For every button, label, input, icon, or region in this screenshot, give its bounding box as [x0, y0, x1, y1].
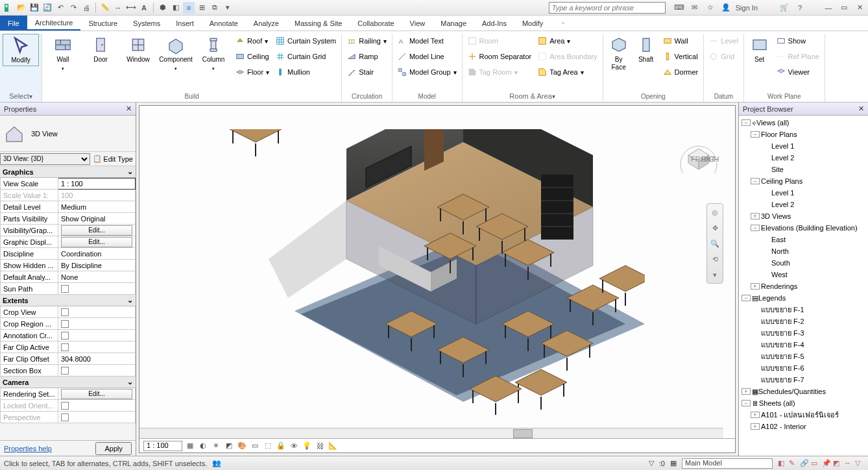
- minimize-icon[interactable]: —: [823, 2, 834, 14]
- close-window-icon[interactable]: ✕: [854, 2, 865, 14]
- close-hidden-icon[interactable]: ⊞: [196, 2, 208, 14]
- camera-section-header[interactable]: Camera⌄: [0, 377, 136, 388]
- tree-cp-level1[interactable]: Level 1: [739, 187, 868, 199]
- section-box-value[interactable]: [58, 365, 136, 377]
- tree-fp-level2[interactable]: Level 2: [739, 152, 868, 164]
- tab-file[interactable]: File: [0, 16, 27, 31]
- user-icon[interactable]: 👤: [720, 2, 732, 14]
- sign-in-link[interactable]: Sign In: [736, 4, 758, 12]
- zoom-icon[interactable]: 🔍: [709, 238, 721, 249]
- tree-legend-5[interactable]: แบบขยาย F-5: [739, 351, 868, 362]
- tab-modify[interactable]: Modify: [514, 16, 551, 31]
- tab-analyze[interactable]: Analyze: [246, 16, 287, 31]
- set-button[interactable]: Set: [747, 34, 773, 65]
- ref-plane-button[interactable]: Ref Plane: [774, 49, 822, 64]
- far-clip-offset-value[interactable]: 304.8000: [58, 353, 136, 365]
- switch-windows-icon[interactable]: ⧉: [209, 2, 221, 14]
- by-face-button[interactable]: By Face: [606, 34, 632, 73]
- scrollbar-thumb[interactable]: [513, 429, 533, 438]
- door-button[interactable]: Door: [82, 34, 119, 65]
- show-hidden-value[interactable]: By Discipline: [58, 260, 136, 271]
- visibility-graphics-value[interactable]: Edit...: [58, 225, 136, 236]
- room-button[interactable]: Room: [465, 34, 535, 48]
- text-icon[interactable]: A: [138, 2, 150, 14]
- opening-dormer-button[interactable]: Dormer: [660, 65, 701, 79]
- crop-region-icon[interactable]: ⬚: [263, 441, 273, 451]
- cart-icon[interactable]: 🛒: [778, 2, 790, 14]
- tree-views[interactable]: −⟡ Views (all): [739, 117, 868, 129]
- discipline-value[interactable]: Coordination: [58, 248, 136, 260]
- locked-orient-value[interactable]: [58, 400, 136, 412]
- help-icon[interactable]: ?: [794, 2, 806, 14]
- show-button[interactable]: Show: [774, 34, 822, 48]
- grid-button[interactable]: Grid: [706, 49, 740, 64]
- curtain-system-button[interactable]: Curtain System: [273, 34, 339, 48]
- properties-type-selector[interactable]: 3D View: [0, 116, 136, 152]
- model-line-button[interactable]: Model Line: [395, 49, 459, 64]
- tab-manage[interactable]: Manage: [433, 16, 474, 31]
- drag-icon[interactable]: ↔: [844, 459, 853, 468]
- floor-button[interactable]: Floor ▾: [233, 65, 272, 79]
- tree-el-west[interactable]: West: [739, 269, 868, 280]
- tree-sheets[interactable]: −🗎 Sheets (all): [739, 397, 868, 409]
- sync-icon[interactable]: 🔄: [42, 2, 53, 14]
- tree-elevations[interactable]: −Elevations (Building Elevation): [739, 222, 868, 234]
- align-icon[interactable]: ↔: [112, 2, 124, 14]
- tree-legends[interactable]: −▤ Legends: [739, 292, 868, 304]
- tab-systems[interactable]: Systems: [125, 16, 168, 31]
- render-icon[interactable]: 🎨: [237, 441, 247, 451]
- select-underlay-icon[interactable]: ▭: [811, 459, 820, 468]
- tree-ceiling-plans[interactable]: −Ceiling Plans: [739, 175, 868, 187]
- filter-status-icon[interactable]: ▽: [855, 459, 864, 468]
- restore-icon[interactable]: ▭: [838, 2, 850, 14]
- viewport-horizontal-scrollbar[interactable]: [139, 428, 723, 438]
- edit-type-button[interactable]: 📋 Edit Type: [90, 153, 136, 165]
- properties-help-link[interactable]: Properties help: [4, 445, 52, 452]
- tab-annotate[interactable]: Annotate: [202, 16, 246, 31]
- ceiling-button[interactable]: Ceiling: [233, 49, 272, 64]
- tab-collaborate[interactable]: Collaborate: [350, 16, 402, 31]
- save-icon[interactable]: 💾: [29, 2, 40, 14]
- far-clip-active-value[interactable]: [58, 341, 136, 353]
- column-button[interactable]: Column▾: [195, 34, 232, 74]
- curtain-grid-button[interactable]: Curtain Grid: [273, 49, 339, 64]
- sun-path-icon[interactable]: ☀: [211, 441, 221, 451]
- area-button[interactable]: Area ▾: [535, 34, 599, 48]
- search-input[interactable]: [549, 2, 666, 14]
- thin-lines-icon[interactable]: ≡: [183, 2, 195, 14]
- viewer-button[interactable]: Viewer: [774, 65, 822, 79]
- crop-view-value[interactable]: [58, 306, 136, 318]
- tab-structure[interactable]: Structure: [80, 16, 125, 31]
- tab-architecture[interactable]: Architecture: [27, 16, 81, 31]
- constraints-icon[interactable]: ⛓: [315, 441, 325, 451]
- tab-massing[interactable]: Massing & Site: [287, 16, 350, 31]
- wall-button[interactable]: Wall▾: [45, 34, 81, 74]
- temp-hide-icon[interactable]: 👁: [289, 441, 299, 451]
- print-icon[interactable]: 🖨: [80, 2, 92, 14]
- tree-el-south[interactable]: South: [739, 257, 868, 269]
- select-pinned-icon[interactable]: 📌: [822, 459, 831, 468]
- visual-style-icon[interactable]: ◐: [198, 441, 208, 451]
- tree-floor-plans[interactable]: −Floor Plans: [739, 129, 868, 140]
- shaft-button[interactable]: Shaft: [633, 34, 659, 65]
- tree-legend-6[interactable]: แบบขยาย F-6: [739, 362, 868, 374]
- tree-sheet-a102[interactable]: +A102 - Interior: [739, 421, 868, 432]
- tree-legend-7[interactable]: แบบขยาย F-7: [739, 374, 868, 386]
- design-options-icon[interactable]: ◧: [778, 459, 787, 468]
- tree-cp-level2[interactable]: Level 2: [739, 199, 868, 210]
- workset-icon[interactable]: ▦: [670, 459, 677, 467]
- communicate-icon[interactable]: ✉: [689, 2, 701, 14]
- tree-fp-level1[interactable]: Level 1: [739, 140, 868, 152]
- reveal-icon[interactable]: 💡: [302, 441, 312, 451]
- tree-renderings[interactable]: +Renderings: [739, 280, 868, 292]
- tab-view[interactable]: View: [402, 16, 433, 31]
- tree-schedules[interactable]: +▦ Schedules/Quantities: [739, 386, 868, 397]
- close-browser-icon[interactable]: ✕: [858, 105, 864, 113]
- measure-icon[interactable]: 📏: [99, 2, 111, 14]
- ramp-button[interactable]: Ramp: [344, 49, 389, 64]
- orbit-icon[interactable]: ⟲: [709, 253, 721, 265]
- detail-level-icon[interactable]: ▦: [185, 441, 195, 451]
- railing-button[interactable]: Railing ▾: [344, 34, 389, 48]
- editable-only-icon[interactable]: ✎: [789, 459, 798, 468]
- select-face-icon[interactable]: ◩: [833, 459, 842, 468]
